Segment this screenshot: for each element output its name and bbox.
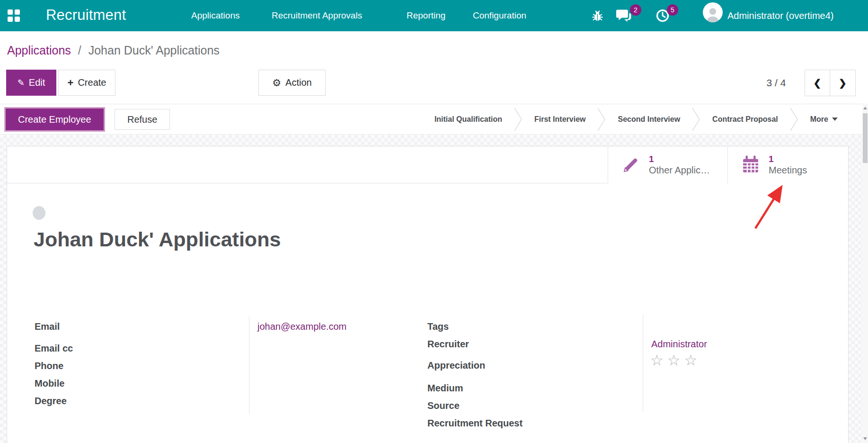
stage-initial-qualification[interactable]: Initial Qualification xyxy=(423,115,514,124)
action-button-label: Action xyxy=(285,77,312,88)
star-icon[interactable]: ☆ xyxy=(650,353,664,368)
field-label-degree: Degree xyxy=(35,396,67,407)
field-label-medium: Medium xyxy=(427,383,463,394)
pager: ❮ ❯ xyxy=(805,70,856,96)
stage-first-interview[interactable]: First Interview xyxy=(523,115,597,124)
refuse-button[interactable]: Refuse xyxy=(115,109,170,130)
pencil-icon: ✎ xyxy=(18,79,25,87)
field-label-email-cc: Email cc xyxy=(35,343,73,354)
scrollbar-down-arrow-icon[interactable] xyxy=(863,437,867,440)
field-label-appreciation: Appreciation xyxy=(427,360,485,371)
caret-down-icon xyxy=(832,118,838,121)
stage-chevron-icon xyxy=(597,107,606,132)
kanban-state-oval[interactable] xyxy=(33,206,45,220)
create-button-label: Create xyxy=(78,77,106,88)
menu-configuration[interactable]: Configuration xyxy=(471,0,528,31)
field-label-tags: Tags xyxy=(427,321,449,332)
statusbar: Create Employee Refuse Initial Qualifica… xyxy=(0,104,862,135)
bug-icon xyxy=(591,9,604,22)
create-employee-button[interactable]: Create Employee xyxy=(4,107,105,132)
form-sheet: 1 Other Applic… 1 Meetings xyxy=(7,146,849,443)
scrollbar-up-arrow-icon[interactable] xyxy=(863,107,867,109)
stage-chevron-icon xyxy=(691,107,701,132)
other-applications-count: 1 xyxy=(649,154,710,165)
action-button[interactable]: ⚙ Action xyxy=(258,70,326,96)
stage-more-label: More xyxy=(810,115,828,124)
stat-text: 1 Other Applic… xyxy=(649,154,710,177)
star-icon[interactable]: ☆ xyxy=(684,353,698,368)
field-label-source: Source xyxy=(427,400,460,411)
meetings-label: Meetings xyxy=(769,164,807,176)
meetings-stat-button[interactable]: 1 Meetings xyxy=(727,146,848,183)
activities-count-badge[interactable]: 5 xyxy=(667,4,678,16)
stage-second-interview[interactable]: Second Interview xyxy=(606,115,691,124)
messages-count-badge[interactable]: 2 xyxy=(630,4,641,16)
app-brand-title[interactable]: Recruitment xyxy=(46,7,126,24)
top-navbar: Recruitment Applications Recruitment App… xyxy=(0,0,868,31)
stage-chevron-icon xyxy=(789,107,799,132)
stat-button-box: 1 Other Applic… 1 Meetings xyxy=(7,146,848,183)
other-applications-label: Other Applic… xyxy=(649,164,710,176)
grid-square xyxy=(8,9,13,15)
field-label-email: Email xyxy=(35,321,60,332)
stage-pipeline: Initial Qualification First Interview Se… xyxy=(423,104,849,134)
chevron-right-icon: ❯ xyxy=(839,77,847,89)
chevron-left-icon: ❮ xyxy=(814,77,822,89)
pager-previous-button[interactable]: ❮ xyxy=(805,70,830,96)
debug-bug-icon[interactable] xyxy=(588,7,606,25)
field-label-mobile: Mobile xyxy=(35,378,64,389)
apps-menu-icon[interactable] xyxy=(8,9,20,22)
recruiter-value-link[interactable]: Administrator xyxy=(651,339,707,350)
gear-icon: ⚙ xyxy=(272,78,281,88)
breadcrumb-separator: / xyxy=(74,44,85,57)
breadcrumb: Applications / Johan Duck' Applications xyxy=(7,44,220,57)
field-label-phone: Phone xyxy=(35,361,63,371)
stage-more-dropdown[interactable]: More xyxy=(799,115,849,124)
stat-text: 1 Meetings xyxy=(769,154,807,177)
edit-button-label: Edit xyxy=(29,77,45,88)
pager-next-button[interactable]: ❯ xyxy=(830,70,856,96)
menu-recruitment-approvals[interactable]: Recruitment Approvals xyxy=(270,0,364,31)
stage-contract-proposal[interactable]: Contract Proposal xyxy=(701,115,789,124)
create-button[interactable]: + Create xyxy=(58,70,115,96)
pager-counter: 3 / 4 xyxy=(755,70,797,96)
vertical-scrollbar[interactable] xyxy=(862,104,868,443)
menu-reporting[interactable]: Reporting xyxy=(405,0,447,31)
breadcrumb-applications-link[interactable]: Applications xyxy=(7,44,71,57)
field-group-divider xyxy=(643,314,643,412)
person-silhouette-icon xyxy=(704,5,722,22)
pencil-icon xyxy=(621,155,640,174)
scrollbar-thumb[interactable] xyxy=(863,113,868,163)
grid-square xyxy=(15,17,20,22)
meetings-count: 1 xyxy=(769,154,807,165)
user-avatar[interactable] xyxy=(703,2,723,22)
star-icon[interactable]: ☆ xyxy=(667,353,681,368)
field-label-recruitment-request: Recruitment Request xyxy=(427,418,523,429)
email-value-link[interactable]: johan@example.com xyxy=(257,321,346,332)
appreciation-rating: ☆ ☆ ☆ xyxy=(650,353,697,368)
stage-chevron-icon xyxy=(514,107,523,132)
record-title: Johan Duck' Applications xyxy=(34,228,281,251)
other-applications-stat-button[interactable]: 1 Other Applic… xyxy=(608,146,727,183)
recruitment-form-view: Recruitment Applications Recruitment App… xyxy=(0,0,868,443)
field-label-recruiter: Recruiter xyxy=(427,339,469,350)
breadcrumb-current: Johan Duck' Applications xyxy=(89,44,220,57)
menu-applications[interactable]: Applications xyxy=(189,0,241,31)
grid-square xyxy=(8,17,13,22)
field-group-divider xyxy=(249,316,249,414)
plus-icon: + xyxy=(68,78,74,88)
calendar-icon xyxy=(741,155,760,174)
grid-square xyxy=(15,9,20,15)
user-menu[interactable]: Administrator (overtime4) xyxy=(727,0,834,31)
edit-button[interactable]: ✎ Edit xyxy=(6,70,56,96)
control-panel: Applications / Johan Duck' Applications … xyxy=(0,31,868,104)
